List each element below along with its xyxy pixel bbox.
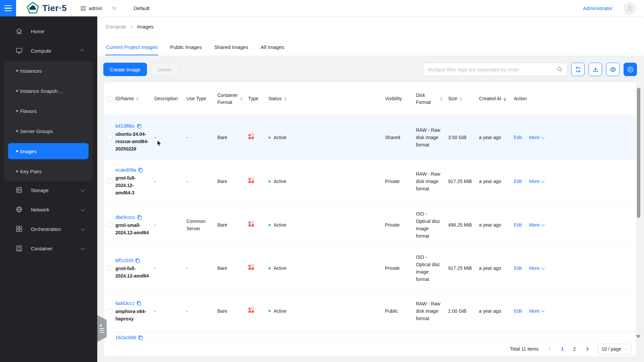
- watch-columns-button[interactable]: [606, 63, 620, 76]
- download-button[interactable]: [589, 63, 602, 76]
- sidebar-item-container[interactable]: Container: [0, 242, 97, 255]
- administrator-link[interactable]: Administrator: [583, 5, 612, 11]
- column-header-disk_format[interactable]: Disk Format: [416, 92, 448, 106]
- sidebar-item-flavors[interactable]: Flavors: [8, 103, 89, 119]
- image-id-link[interactable]: 6af43cc1: [115, 300, 135, 307]
- page-button-1[interactable]: 1: [557, 344, 568, 354]
- cell-disk-format: RAW - Raw disk image format: [416, 164, 448, 199]
- workspace-switcher[interactable]: admin: [81, 5, 102, 11]
- copy-icon[interactable]: [138, 168, 143, 173]
- column-header-status[interactable]: Status: [268, 95, 385, 102]
- column-header-created_at[interactable]: Created At: [479, 95, 514, 102]
- create-image-button[interactable]: Create Image: [103, 63, 147, 76]
- image-id-link[interactable]: b413f8bc: [115, 122, 135, 130]
- bullet-icon: [16, 70, 18, 72]
- edit-link[interactable]: Edit: [514, 307, 522, 315]
- tab-public-images[interactable]: Public Images: [169, 40, 202, 55]
- table-row[interactable]: 6af43cc1 amphora-x64-haproxy - - Bare Ac…: [104, 290, 636, 332]
- sidebar-item-compute[interactable]: Compute: [0, 44, 97, 57]
- sidebar-item-orchestration[interactable]: Orchestration: [0, 222, 97, 236]
- row-checkbox[interactable]: [107, 222, 112, 228]
- select-all-checkbox[interactable]: [107, 96, 112, 102]
- row-checkbox[interactable]: [107, 179, 112, 184]
- cell-disk-format: RAW - Raw disk image format: [416, 120, 448, 155]
- image-id-link[interactable]: 162acb98: [115, 334, 136, 341]
- image-id-link[interactable]: ecaed09a: [115, 166, 136, 174]
- table-row[interactable]: b413f8bc ubuntu-24.04-rescue-amd64-20250…: [104, 116, 636, 160]
- copy-icon[interactable]: [137, 215, 142, 220]
- row-checkbox[interactable]: [107, 265, 112, 271]
- sidebar-item-home[interactable]: Home: [0, 24, 97, 38]
- column-header-size[interactable]: Size: [448, 95, 479, 102]
- cell-visibility: Private: [385, 171, 416, 192]
- page-button-2[interactable]: 2: [570, 344, 580, 354]
- copy-icon[interactable]: [138, 335, 143, 340]
- cell-status: Active: [274, 134, 286, 141]
- cell-use-type: -: [186, 258, 217, 279]
- next-page-button[interactable]: [582, 344, 592, 354]
- column-header-container_format[interactable]: Container Format: [217, 92, 248, 106]
- bullet-icon: [16, 150, 18, 152]
- sidebar-item-storage[interactable]: Storage: [0, 183, 97, 197]
- column-header-id_name[interactable]: ID/Name: [115, 95, 154, 102]
- cell-status: Active: [274, 178, 286, 185]
- sorter-icon[interactable]: [284, 97, 287, 101]
- edit-link[interactable]: Edit: [514, 264, 522, 272]
- tab-all-images[interactable]: All Images: [260, 40, 285, 55]
- table-row[interactable]: dbe9cccc grml-small-2024.12-amd64 - Comm…: [104, 203, 636, 247]
- menu-toggle-button[interactable]: [0, 0, 16, 16]
- sorter-icon[interactable]: [503, 97, 506, 101]
- sidebar-item-network[interactable]: Network: [0, 203, 97, 216]
- scrollbar-thumb[interactable]: [637, 88, 640, 218]
- image-id-link[interactable]: dbe9cccc: [115, 214, 135, 221]
- image-id-link[interactable]: bff1c033: [115, 257, 133, 264]
- switch-project-icon[interactable]: ⇆: [112, 5, 116, 12]
- delete-button[interactable]: Delete: [151, 63, 178, 76]
- sidebar-item-instances[interactable]: Instances: [8, 63, 89, 79]
- copy-icon[interactable]: [135, 258, 140, 263]
- sidebar-item-key-pairs[interactable]: Key Pairs: [8, 163, 89, 179]
- prev-page-button[interactable]: [545, 344, 555, 354]
- copy-icon[interactable]: [137, 124, 142, 129]
- more-link[interactable]: More: [529, 221, 544, 229]
- user-avatar[interactable]: [623, 2, 636, 15]
- row-checkbox[interactable]: [107, 135, 112, 140]
- sidebar-submenu: Instances Instance Snapsh… Flavors Serve…: [4, 61, 93, 181]
- cell-disk-format: ISO - Optical disc image format: [416, 247, 448, 290]
- tab-current-project-images[interactable]: Current Project Images: [105, 40, 158, 55]
- pause-auto-refresh-button[interactable]: [624, 63, 637, 76]
- sorter-icon[interactable]: [440, 97, 443, 101]
- row-checkbox[interactable]: [107, 308, 112, 314]
- more-link[interactable]: More: [529, 264, 544, 272]
- more-link[interactable]: More: [529, 134, 544, 141]
- edit-link[interactable]: Edit: [514, 221, 522, 229]
- sidebar-item-images[interactable]: Images: [8, 143, 89, 159]
- filter-input[interactable]: [428, 67, 557, 72]
- breadcrumb-compute-link[interactable]: Compute: [106, 24, 126, 29]
- network-icon: [15, 206, 23, 213]
- sidebar-item-instance-snapsh-[interactable]: Instance Snapsh…: [8, 83, 89, 99]
- table-row[interactable]: 162acb98: [104, 332, 636, 341]
- column-header-description: Description: [154, 95, 186, 102]
- filter-input-wrap: [423, 63, 567, 76]
- table-row[interactable]: bff1c033 grml-full-2024.12-amd64 - - Bar…: [104, 247, 636, 290]
- more-link[interactable]: More: [529, 307, 544, 315]
- page-size-select[interactable]: 10 / page: [598, 344, 631, 354]
- refresh-button[interactable]: [571, 63, 585, 76]
- sidebar-item-server-groups[interactable]: Server Groups: [8, 123, 89, 139]
- edit-link[interactable]: Edit: [514, 178, 522, 185]
- vertical-scrollbar[interactable]: [637, 85, 641, 339]
- sorter-icon[interactable]: [240, 97, 243, 101]
- image-type-icon: [248, 177, 254, 183]
- table-row[interactable]: ecaed09a grml-full-2024.12-amd64-3 - - B…: [104, 160, 636, 203]
- more-link[interactable]: More: [529, 178, 544, 185]
- image-name: grml-full-2024.12-amd64-3: [115, 174, 149, 196]
- table-footer: Total 11 items 12 10 / page: [104, 341, 636, 356]
- edit-link[interactable]: Edit: [514, 134, 522, 141]
- tab-shared-images[interactable]: Shared Images: [213, 40, 249, 55]
- images-table: ID/NameDescriptionUse TypeContainer Form…: [104, 82, 636, 341]
- scrollbar-down-arrow[interactable]: [636, 335, 641, 338]
- copy-icon[interactable]: [137, 301, 141, 306]
- sorter-icon[interactable]: [136, 97, 139, 101]
- sorter-icon[interactable]: [460, 97, 462, 101]
